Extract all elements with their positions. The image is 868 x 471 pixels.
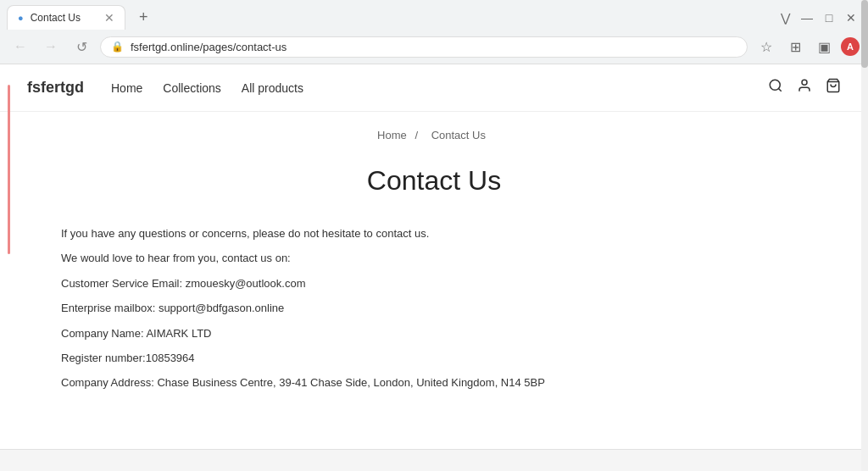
minimize-button[interactable]: — — [797, 8, 817, 28]
window-menu-button[interactable]: ⋁ — [775, 8, 795, 28]
scrollbar-thumb[interactable] — [861, 0, 868, 68]
header-icons — [768, 78, 841, 97]
site-nav: Home Collections All products — [111, 81, 768, 95]
site-header: fsfertgd Home Collections All products — [0, 64, 868, 112]
browser-chrome: ● Contact Us ✕ + ⋁ — □ ✕ ← → ↺ 🔒 fsfertg… — [0, 0, 868, 64]
contact-line-7: Company Address: Chase Business Centre, … — [61, 373, 807, 392]
bookmark-star-button[interactable]: ☆ — [754, 35, 778, 58]
tab-favicon: ● — [18, 13, 24, 23]
left-accent-bar — [8, 85, 10, 254]
breadcrumb-current: Contact Us — [431, 129, 486, 141]
browser-action-buttons: ☆ ⊞ ▣ A — [754, 35, 860, 58]
breadcrumb-home-link[interactable]: Home — [377, 129, 407, 141]
site-logo[interactable]: fsfertgd — [27, 79, 84, 97]
breadcrumb: Home / Contact Us — [0, 112, 868, 148]
svg-line-1 — [778, 88, 781, 91]
maximize-button[interactable]: □ — [819, 8, 839, 28]
page-title: Contact Us — [61, 165, 807, 197]
nav-all-products[interactable]: All products — [242, 81, 303, 95]
back-button[interactable]: ← — [8, 35, 32, 58]
account-icon[interactable] — [797, 78, 812, 97]
sidebar-button[interactable]: ▣ — [812, 35, 836, 58]
browser-nav-bar: ← → ↺ 🔒 fsfertgd.online/pages/contact-us… — [0, 30, 868, 64]
scrollbar-track[interactable] — [861, 0, 868, 471]
site-footer: Menu title About Us Contact Us FAQ Priva… — [0, 449, 868, 471]
browser-title-bar: ● Contact Us ✕ + ⋁ — □ ✕ — [0, 0, 868, 30]
contact-line-6: Register number:10853964 — [61, 348, 807, 368]
website-content: fsfertgd Home Collections All products — [0, 64, 868, 471]
svg-point-2 — [802, 80, 807, 85]
contact-line-3: Customer Service Email: zmouesky@outlook… — [61, 274, 807, 293]
tab-close-button[interactable]: ✕ — [104, 11, 114, 25]
search-icon[interactable] — [768, 78, 783, 97]
contact-body: If you have any questions or concerns, p… — [61, 224, 807, 393]
main-content: Contact Us If you have any questions or … — [27, 148, 841, 449]
contact-line-4: Enterprise mailbox: support@bdfgason.onl… — [61, 298, 807, 318]
contact-line-1: If you have any questions or concerns, p… — [61, 224, 807, 243]
nav-collections[interactable]: Collections — [163, 81, 220, 95]
url-text: fsfertgd.online/pages/contact-us — [131, 41, 287, 53]
breadcrumb-separator: / — [415, 129, 418, 141]
window-controls: ⋁ — □ ✕ — [775, 8, 861, 28]
close-button[interactable]: ✕ — [841, 8, 861, 28]
new-tab-button[interactable]: + — [132, 5, 155, 30]
tab-title: Contact Us — [31, 12, 81, 24]
profile-avatar[interactable]: A — [841, 37, 860, 56]
extensions-button[interactable]: ⊞ — [783, 35, 807, 58]
forward-button[interactable]: → — [39, 35, 63, 58]
ssl-lock-icon: 🔒 — [111, 41, 124, 53]
svg-point-0 — [770, 80, 780, 90]
browser-tab[interactable]: ● Contact Us ✕ — [7, 5, 125, 30]
contact-line-5: Company Name: AIMARK LTD — [61, 324, 807, 343]
address-bar[interactable]: 🔒 fsfertgd.online/pages/contact-us — [100, 36, 748, 58]
reload-button[interactable]: ↺ — [70, 35, 93, 58]
cart-icon[interactable] — [826, 78, 841, 97]
contact-line-2: We would love to hear from you, contact … — [61, 248, 807, 268]
nav-home[interactable]: Home — [111, 81, 142, 95]
